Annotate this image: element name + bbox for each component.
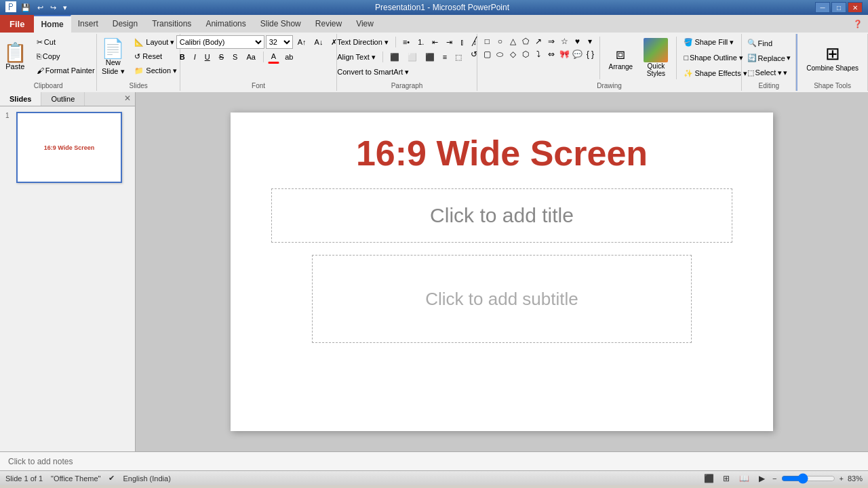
- convert-smartart-button[interactable]: Convert to SmartArt ▾: [334, 65, 412, 79]
- numbered-list-button[interactable]: 1.: [414, 35, 427, 49]
- justify-button[interactable]: ≡: [439, 50, 450, 64]
- quick-styles-button[interactable]: QuickStyles: [639, 35, 673, 80]
- decrease-indent-button[interactable]: ⇤: [429, 35, 441, 49]
- italic-button[interactable]: I: [191, 50, 199, 64]
- shape-brace-button[interactable]: { }: [584, 48, 596, 60]
- zoom-slider[interactable]: [781, 474, 835, 483]
- paste-button[interactable]: 📋 Paste: [0, 35, 32, 80]
- shadow-button[interactable]: S: [229, 50, 241, 64]
- panel-close-button[interactable]: ✕: [120, 92, 135, 106]
- combine-shapes-button[interactable]: ⊞ Combine Shapes: [800, 35, 865, 80]
- title-placeholder[interactable]: Click to add title: [271, 188, 732, 243]
- format-painter-button[interactable]: 🖌 Format Painter: [33, 64, 98, 77]
- shape-bend-button[interactable]: ⤵: [532, 48, 545, 60]
- spell-check-icon[interactable]: ✔: [108, 474, 115, 483]
- shape-round-button[interactable]: ▢: [481, 48, 493, 60]
- reset-button[interactable]: ↺ Reset: [131, 49, 180, 63]
- tab-animations[interactable]: Animations: [199, 15, 253, 33]
- slideshow-button[interactable]: ▶: [755, 472, 768, 485]
- tab-transitions[interactable]: Transitions: [145, 15, 199, 33]
- replace-button[interactable]: 🔄 Replace ▾: [744, 52, 794, 65]
- shape-ribbon-button[interactable]: 🎀: [558, 48, 570, 60]
- window-controls[interactable]: ─ □ ✕: [815, 2, 863, 13]
- shape-triangle-button[interactable]: △: [507, 35, 519, 47]
- outline-tab[interactable]: Outline: [41, 92, 85, 106]
- slide-canvas[interactable]: 16:9 Wide Screen Click to add title Clic…: [231, 113, 773, 431]
- slides-tab[interactable]: Slides: [0, 92, 41, 106]
- shape-dbl-arrow-button[interactable]: ⇔: [545, 48, 557, 60]
- font-color-button[interactable]: A: [268, 50, 279, 64]
- cut-button[interactable]: ✂ Cut: [33, 35, 98, 49]
- align-left-button[interactable]: ⬛: [387, 50, 403, 64]
- shrink-font-button[interactable]: A↓: [311, 35, 327, 49]
- section-button[interactable]: 📁 Section ▾: [131, 64, 180, 77]
- slide-sorter-button[interactable]: ⊞: [719, 472, 733, 485]
- highlight-button[interactable]: ab: [281, 50, 296, 64]
- shape-circle-button[interactable]: ○: [494, 35, 506, 47]
- shape-star-button[interactable]: ☆: [558, 35, 570, 47]
- shape-callout-button[interactable]: 💬: [571, 48, 583, 60]
- normal-view-button[interactable]: ⬛: [702, 472, 715, 485]
- customize-qa-button[interactable]: ▾: [61, 3, 69, 12]
- zoom-in-button[interactable]: +: [840, 474, 844, 483]
- increase-indent-button[interactable]: ⇥: [443, 35, 456, 49]
- shape-curve-button[interactable]: ↺: [468, 48, 480, 60]
- shape-hex-button[interactable]: ⬡: [519, 48, 532, 60]
- redo-button[interactable]: ↪: [48, 3, 58, 12]
- zoom-out-button[interactable]: −: [772, 474, 776, 483]
- notes-bar[interactable]: Click to add notes: [0, 451, 868, 470]
- tab-review[interactable]: Review: [309, 15, 349, 33]
- save-button[interactable]: 💾: [19, 3, 33, 12]
- align-right-button[interactable]: ⬛: [422, 50, 438, 64]
- shape-line-button[interactable]: ╱: [468, 35, 480, 47]
- align-center-button[interactable]: ⬜: [404, 50, 420, 64]
- grow-font-button[interactable]: A↑: [294, 35, 310, 49]
- shape-outline-button[interactable]: □ Shape Outline ▾: [680, 51, 750, 64]
- reading-view-button[interactable]: 📖: [737, 472, 751, 485]
- shape-heart-button[interactable]: ♥: [571, 35, 583, 47]
- file-tab[interactable]: File: [0, 15, 34, 33]
- shape-diamond-button[interactable]: ◇: [507, 48, 519, 60]
- ribbon-help[interactable]: ❓: [848, 15, 868, 33]
- change-case-button[interactable]: Aa: [243, 50, 258, 64]
- quick-access-toolbar[interactable]: 🅿 💾 ↩ ↪ ▾: [5, 1, 69, 14]
- bullet-list-button[interactable]: ≡•: [399, 35, 413, 49]
- shape-arrow-button[interactable]: ↗: [532, 35, 545, 47]
- text-direction-button[interactable]: Text Direction ▾: [334, 35, 392, 49]
- align-text-button[interactable]: Align Text ▾: [334, 50, 379, 64]
- shape-pentagon-button[interactable]: ⬠: [519, 35, 532, 47]
- font-size-select[interactable]: 32: [266, 35, 293, 49]
- slide-thumbnail[interactable]: 1 16:9 Wide Screen: [5, 112, 130, 183]
- shape-rect-button[interactable]: □: [481, 35, 493, 47]
- new-slide-button[interactable]: 📄 NewSlide ▾: [96, 35, 130, 80]
- minimize-button[interactable]: ─: [815, 2, 830, 13]
- maximize-button[interactable]: □: [831, 2, 846, 13]
- language-info[interactable]: English (India): [123, 474, 170, 483]
- undo-button[interactable]: ↩: [35, 3, 45, 12]
- tab-view[interactable]: View: [349, 15, 381, 33]
- subtitle-placeholder[interactable]: Click to add subtitle: [312, 255, 692, 343]
- tab-design[interactable]: Design: [106, 15, 145, 33]
- strikethrough-button[interactable]: S: [216, 50, 227, 64]
- underline-button[interactable]: U: [201, 50, 214, 64]
- font-name-select[interactable]: Calibri (Body): [176, 35, 264, 49]
- shape-blockArrow-button[interactable]: ⇒: [545, 35, 557, 47]
- layout-button[interactable]: 📐 Layout ▾: [131, 35, 180, 49]
- bold-button[interactable]: B: [176, 50, 189, 64]
- shape-more-button[interactable]: ▾: [584, 35, 596, 47]
- tab-home[interactable]: Home: [34, 15, 71, 33]
- copy-button[interactable]: ⎘ Copy: [33, 49, 98, 63]
- tab-slideshow[interactable]: Slide Show: [254, 15, 309, 33]
- zoom-percent[interactable]: 83%: [848, 474, 863, 483]
- close-button[interactable]: ✕: [848, 2, 863, 13]
- shape-fill-button[interactable]: 🪣 Shape Fill ▾: [680, 35, 750, 49]
- arrange-button[interactable]: ⧈ Arrange: [604, 35, 637, 80]
- select-button[interactable]: ⬚ Select ▾ ▾: [744, 66, 791, 80]
- shape-oval-button[interactable]: ⬭: [494, 48, 506, 60]
- slide-thumb-image[interactable]: 16:9 Wide Screen: [16, 112, 122, 183]
- find-button[interactable]: 🔍 Find: [744, 37, 776, 50]
- distribute-h-button[interactable]: ⬚: [452, 50, 465, 64]
- columns-button[interactable]: ⫿: [457, 35, 468, 49]
- tab-insert[interactable]: Insert: [71, 15, 106, 33]
- shape-effects-button[interactable]: ✨ Shape Effects ▾: [680, 66, 750, 80]
